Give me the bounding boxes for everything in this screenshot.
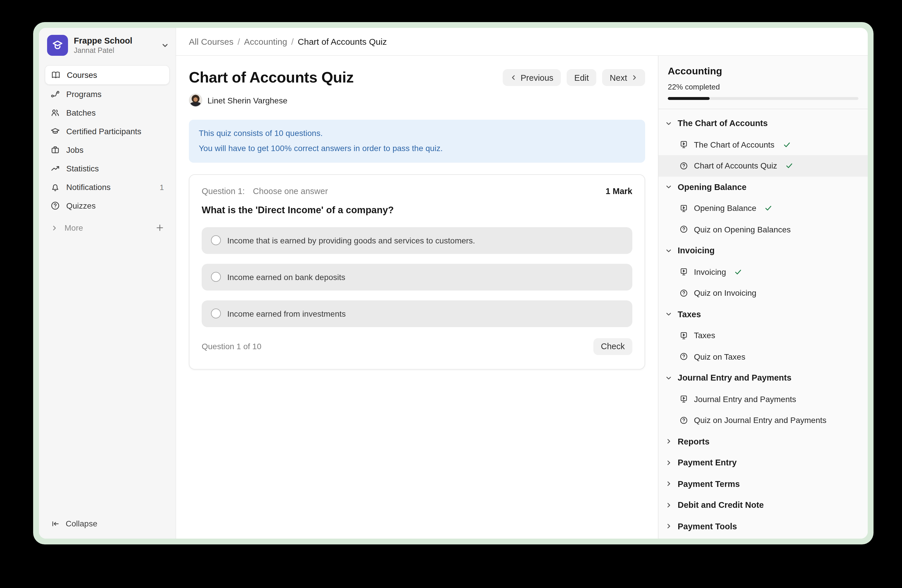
video-lesson-icon bbox=[680, 140, 688, 149]
answer-option-1[interactable]: Income that is earned by providing goods… bbox=[202, 227, 632, 254]
breadcrumb-all-courses[interactable]: All Courses bbox=[189, 37, 233, 47]
outline-section-payment-terms[interactable]: Payment Terms bbox=[658, 473, 868, 494]
sidebar-item-batches[interactable]: Batches bbox=[45, 103, 170, 122]
outline-section-chart-of-accounts[interactable]: The Chart of Accounts bbox=[658, 113, 868, 134]
quiz-icon bbox=[680, 161, 688, 170]
chevron-left-icon bbox=[510, 74, 517, 81]
outline-section-debit-credit-note[interactable]: Debit and Credit Note bbox=[658, 494, 868, 516]
course-completion-text: 22% completed bbox=[668, 83, 858, 91]
quiz-icon bbox=[680, 352, 688, 361]
outline-section-opening-balance[interactable]: Opening Balance bbox=[658, 176, 868, 197]
outline-section-invoicing[interactable]: Invoicing bbox=[658, 240, 868, 261]
outline-section-payment-tools[interactable]: Payment Tools bbox=[658, 516, 868, 537]
notifications-count-badge: 1 bbox=[160, 183, 164, 191]
check-button[interactable]: Check bbox=[594, 338, 632, 355]
workspace-user: Jannat Patel bbox=[74, 47, 156, 55]
frappe-school-logo-icon bbox=[47, 35, 68, 56]
author-avatar bbox=[189, 94, 202, 107]
page-title: Chart of Accounts Quiz bbox=[189, 69, 354, 87]
outline-lesson[interactable]: Invoicing bbox=[658, 261, 868, 282]
sidebar-item-notifications[interactable]: Notifications 1 bbox=[45, 178, 170, 196]
chevron-right-icon bbox=[666, 523, 672, 530]
left-sidebar: Frappe School Jannat Patel Courses Progr… bbox=[39, 28, 176, 539]
sidebar-item-label: Batches bbox=[66, 108, 96, 117]
sidebar-item-label: Statistics bbox=[66, 164, 99, 173]
chevron-right-icon bbox=[666, 460, 672, 466]
outline-section-payment-entry[interactable]: Payment Entry bbox=[658, 452, 868, 473]
collapse-sidebar-button[interactable]: Collapse bbox=[39, 519, 175, 539]
answer-option-2[interactable]: Income earned on bank deposits bbox=[202, 264, 632, 291]
breadcrumb-current: Chart of Accounts Quiz bbox=[298, 37, 387, 47]
question-card: Question 1: Choose one answer 1 Mark Wha… bbox=[189, 174, 645, 369]
sidebar-item-programs[interactable]: Programs bbox=[45, 85, 170, 103]
notice-line-1: This quiz consists of 10 questions. bbox=[199, 126, 635, 141]
sidebar-item-label: Courses bbox=[67, 70, 97, 80]
outline-lesson[interactable]: Opening Balance bbox=[658, 197, 868, 219]
radio-button[interactable] bbox=[211, 272, 221, 282]
radio-button[interactable] bbox=[211, 236, 221, 246]
notice-line-2: You will have to get 100% correct answer… bbox=[199, 141, 635, 156]
question-progress: Question 1 of 10 bbox=[202, 342, 262, 351]
chevron-right-icon bbox=[51, 225, 58, 231]
completed-check-icon bbox=[764, 204, 773, 213]
breadcrumb-accounting[interactable]: Accounting bbox=[244, 37, 287, 47]
video-lesson-icon bbox=[680, 267, 688, 276]
sidebar-item-statistics[interactable]: Statistics bbox=[45, 159, 170, 178]
flow-icon bbox=[50, 89, 60, 99]
outline-lesson-current[interactable]: Chart of Accounts Quiz bbox=[658, 155, 868, 176]
sidebar-item-quizzes[interactable]: Quizzes bbox=[45, 196, 170, 215]
sidebar-item-certified-participants[interactable]: Certified Participants bbox=[45, 122, 170, 141]
answer-option-label: Income earned on bank deposits bbox=[227, 272, 345, 282]
outline-lesson[interactable]: Journal Entry and Payments bbox=[658, 388, 868, 410]
question-marks: 1 Mark bbox=[606, 186, 632, 196]
users-icon bbox=[50, 108, 60, 117]
answer-option-3[interactable]: Income earned from investments bbox=[202, 300, 632, 327]
question-number-label: Question 1: bbox=[202, 186, 245, 196]
screen: Frappe School Jannat Patel Courses Progr… bbox=[0, 0, 902, 588]
quiz-icon bbox=[680, 416, 688, 425]
chevron-right-icon bbox=[631, 74, 637, 81]
chevron-right-icon bbox=[666, 481, 672, 487]
outline-lesson[interactable]: Taxes bbox=[658, 325, 868, 346]
completed-check-icon bbox=[785, 162, 793, 170]
quiz-icon bbox=[680, 289, 688, 297]
outline-lesson[interactable]: Quiz on Opening Balances bbox=[658, 219, 868, 240]
sidebar-more[interactable]: More bbox=[39, 215, 175, 232]
window-frame: Frappe School Jannat Patel Courses Progr… bbox=[33, 22, 874, 544]
next-button[interactable]: Next bbox=[602, 69, 645, 86]
plus-icon[interactable] bbox=[156, 224, 164, 232]
previous-button[interactable]: Previous bbox=[503, 69, 561, 86]
sidebar-item-label: Jobs bbox=[66, 145, 83, 155]
quiz-page: Chart of Accounts Quiz Previous Edit Nex… bbox=[176, 56, 658, 539]
outline-lesson[interactable]: Quiz on Journal Entry and Payments bbox=[658, 410, 868, 431]
sidebar-item-label: Notifications bbox=[66, 183, 111, 192]
completed-check-icon bbox=[734, 268, 742, 276]
radio-button[interactable] bbox=[211, 309, 221, 319]
course-title: Accounting bbox=[668, 66, 858, 77]
collapse-label: Collapse bbox=[66, 519, 97, 528]
chevron-down-icon bbox=[666, 184, 672, 190]
outline-section-journal-entry[interactable]: Journal Entry and Payments bbox=[658, 367, 868, 388]
bell-icon bbox=[50, 183, 60, 192]
video-lesson-icon bbox=[680, 204, 688, 213]
breadcrumb-separator: / bbox=[237, 37, 240, 47]
course-outline-header: Accounting 22% completed bbox=[658, 56, 868, 109]
chevron-down-icon bbox=[666, 120, 672, 127]
help-circle-icon bbox=[50, 201, 60, 210]
question-text: What is the 'Direct Income' of a company… bbox=[202, 205, 632, 216]
quiz-icon bbox=[680, 225, 688, 234]
outline-lesson[interactable]: Quiz on Taxes bbox=[658, 346, 868, 367]
workspace-switcher[interactable]: Frappe School Jannat Patel bbox=[39, 28, 175, 62]
chevron-right-icon bbox=[666, 438, 672, 445]
outline-section-reports[interactable]: Reports bbox=[658, 431, 868, 452]
video-lesson-icon bbox=[680, 331, 688, 340]
outline-section-taxes[interactable]: Taxes bbox=[658, 303, 868, 325]
outline-lesson[interactable]: Quiz on Invoicing bbox=[658, 282, 868, 303]
edit-button[interactable]: Edit bbox=[567, 69, 596, 86]
breadcrumb: All Courses / Accounting / Chart of Acco… bbox=[176, 28, 868, 56]
sidebar-item-courses[interactable]: Courses bbox=[45, 65, 170, 85]
more-label: More bbox=[64, 223, 83, 232]
app-window: Frappe School Jannat Patel Courses Progr… bbox=[39, 28, 868, 539]
outline-lesson[interactable]: The Chart of Accounts bbox=[658, 134, 868, 155]
sidebar-item-jobs[interactable]: Jobs bbox=[45, 141, 170, 159]
